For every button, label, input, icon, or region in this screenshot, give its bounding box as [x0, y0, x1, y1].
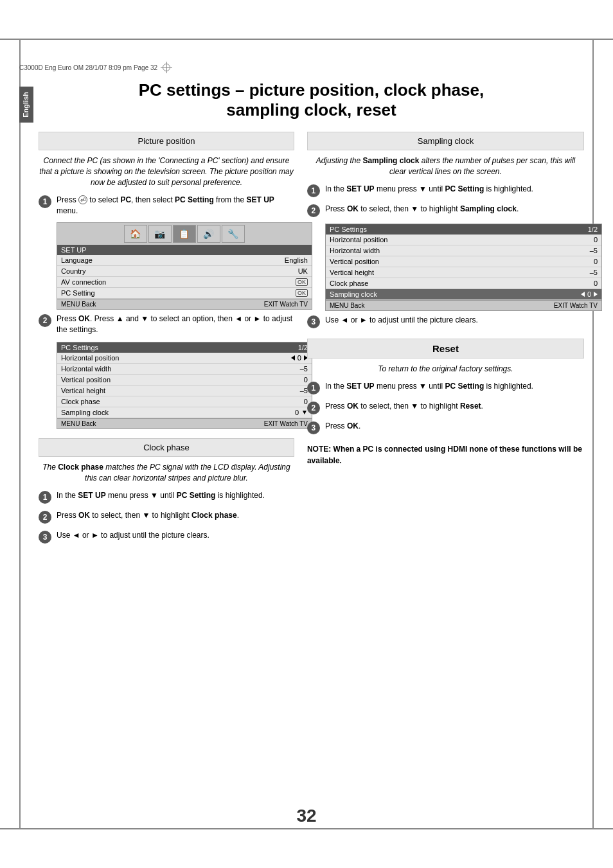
step-text-2a: Press OK. Press ▲ and ▼ to select an opt…	[57, 314, 294, 335]
pc-label-vheight: Vertical height	[61, 387, 105, 394]
clock-phase-section: Clock phase The Clock phase matches the …	[39, 438, 294, 544]
header-line: C3000D Eng Euro OM 28/1/07 8:09 pm Page …	[19, 61, 594, 74]
pc-label-hwidth: Horizontal width	[61, 365, 111, 373]
picture-position-section: Picture position Connect the PC (as show…	[39, 132, 294, 429]
note-text: NOTE: When a PC is connected using HDMI …	[307, 445, 582, 465]
picture-pos-step2: 2 Press OK. Press ▲ and ▼ to select an o…	[39, 314, 294, 335]
setup-label-pc: PC Setting	[61, 289, 95, 297]
pc2-sclock-val: 0	[587, 290, 591, 298]
sampling-step-text-1: In the SET UP menu press ▼ until PC Sett…	[325, 184, 533, 195]
page-border-right	[592, 39, 594, 829]
pc-settings-page-1: 1/2	[298, 344, 308, 351]
english-tab: English	[19, 87, 33, 123]
sampling-step-text-2: Press OK to select, then ▼ to highlight …	[325, 204, 519, 215]
clock-step-num-3: 3	[39, 531, 51, 544]
pc-label-cphase: Clock phase	[61, 398, 100, 405]
setup-value-country: UK	[298, 267, 308, 275]
sampling-clock-section: Sampling clock Adjusting the Sampling cl…	[307, 132, 584, 328]
page-number: 32	[296, 806, 316, 826]
reset-step2: 2 Press OK to select, then ▼ to highligh…	[307, 401, 584, 414]
pc2-label-cphase: Clock phase	[330, 279, 369, 287]
col-left: Picture position Connect the PC (as show…	[39, 132, 294, 552]
menu-icons-row: 🏠 📷 📋 🔊 🔧	[124, 225, 245, 243]
setup-value-av: OK	[296, 278, 308, 286]
reset-step-num-2: 2	[307, 402, 320, 414]
step-text-1: Press ⏎ to select PC, then select PC Set…	[57, 195, 294, 217]
pc-value-hpos: 0	[291, 354, 308, 362]
page-border-top	[0, 39, 613, 40]
sampling-step3: 3 Use ◄ or ► to adjust until the picture…	[307, 315, 584, 328]
pc2-row-hpos: Horizontal position 0	[326, 235, 601, 245]
clock-phase-title: Clock phase	[39, 438, 294, 457]
setup-menu-header: SET UP	[57, 245, 312, 255]
page-border-left	[19, 39, 21, 829]
setup-row-av: AV connection OK	[57, 277, 312, 288]
reset-step-text-1: In the SET UP menu press ▼ until PC Sett…	[325, 381, 533, 392]
reset-title: Reset	[307, 339, 584, 359]
pc2-label-hpos: Horizontal position	[330, 236, 388, 244]
pc2-label-vheight: Vertical height	[330, 269, 374, 276]
reset-step3: 3 Press OK.	[307, 421, 584, 434]
pc-footer-back-1: MENU Back	[61, 420, 96, 427]
title-line1: PC settings – picture position, clock ph…	[139, 80, 484, 100]
pc2-row-vpos: Vertical position 0	[326, 256, 601, 267]
pc-value-sclock: 0 ▼	[295, 409, 308, 416]
setup-title: SET UP	[61, 246, 87, 254]
clock-step2: 2 Press OK to select, then ▼ to highligh…	[39, 510, 294, 524]
arrow-left-hpos	[291, 355, 295, 360]
clock-step1: 1 In the SET UP menu press ▼ until PC Se…	[39, 490, 294, 504]
sampling-step2: 2 Press OK to select, then ▼ to highligh…	[307, 204, 584, 217]
pc-settings-table-1: PC Settings 1/2 Horizontal position 0 Ho…	[57, 342, 312, 429]
arrow-right-sclock	[594, 292, 598, 297]
pc2-label-hwidth: Horizontal width	[330, 247, 380, 254]
sclock-val: 0	[295, 409, 299, 416]
setup-row-language: Language English	[57, 255, 312, 266]
clock-step-text-2: Press OK to select, then ▼ to highlight …	[57, 510, 239, 521]
reset-step-num-1: 1	[307, 382, 320, 394]
clock-step-num-1: 1	[39, 491, 51, 504]
picture-pos-step1: 1 Press ⏎ to select PC, then select PC S…	[39, 195, 294, 217]
pc-settings-title-2: PC Settings	[330, 226, 367, 233]
header-text: C3000D Eng Euro OM 28/1/07 8:09 pm Page …	[19, 64, 157, 71]
pc-row-cphase: Clock phase 0	[57, 396, 312, 407]
setup-footer-back: MENU Back	[61, 301, 96, 308]
arrow-left-sclock	[581, 292, 585, 297]
pc2-hpos-val: 0	[594, 236, 598, 244]
pc2-row-vheight: Vertical height –5	[326, 267, 601, 278]
clock-step-text-3: Use ◄ or ► to adjust until the picture c…	[57, 530, 209, 541]
setup-row-pc: PC Setting OK	[57, 288, 312, 299]
step-num-2a: 2	[39, 314, 51, 327]
menu-icon-2: 📷	[148, 225, 172, 243]
pc-footer-back-2: MENU Back	[330, 302, 364, 309]
menu-icon-5: 🔧	[222, 225, 245, 243]
picture-position-title: Picture position	[39, 132, 294, 150]
pc2-vpos-val: 0	[594, 258, 598, 265]
sampling-clock-desc: Adjusting the Sampling clock alters the …	[307, 155, 584, 177]
pc2-row-hwidth: Horizontal width –5	[326, 245, 601, 256]
reset-step-text-2: Press OK to select, then ▼ to highlight …	[325, 401, 483, 412]
pc-row-vheight: Vertical height –5	[57, 385, 312, 396]
reset-desc: To return to the original factory settin…	[307, 364, 584, 375]
pc-settings-footer-1: MENU Back EXIT Watch TV	[57, 418, 312, 429]
crosshair-circle	[163, 64, 170, 71]
pc-row-vpos: Vertical position 0	[57, 375, 312, 385]
menu-icon-3: 📋	[173, 225, 196, 243]
setup-footer: MENU Back EXIT Watch TV	[57, 299, 312, 309]
picture-position-desc: Connect the PC (as shown in the 'Connect…	[39, 155, 294, 188]
menu-icon-1: 🏠	[124, 225, 147, 243]
step-num-1: 1	[39, 195, 51, 208]
pc-settings-header-2: PC Settings 1/2	[326, 224, 601, 235]
sampling-step-num-3: 3	[307, 315, 320, 328]
setup-row-country: Country UK	[57, 266, 312, 277]
pc2-row-cphase: Clock phase 0	[326, 278, 601, 289]
pc-settings-footer-2: MENU Back EXIT Watch TV	[326, 300, 601, 310]
note-section: NOTE: When a PC is connected using HDMI …	[307, 443, 584, 466]
sampling-step-text-3: Use ◄ or ► to adjust until the picture c…	[325, 315, 478, 326]
setup-label-country: Country	[61, 267, 86, 275]
pc-row-hwidth: Horizontal width –5	[57, 364, 312, 375]
reset-step-text-3: Press OK.	[325, 421, 360, 432]
clock-step-text-1: In the SET UP menu press ▼ until PC Sett…	[57, 490, 265, 501]
sampling-step-num-1: 1	[307, 184, 320, 197]
sampling-step1: 1 In the SET UP menu press ▼ until PC Se…	[307, 184, 584, 197]
setup-label-language: Language	[61, 256, 93, 264]
